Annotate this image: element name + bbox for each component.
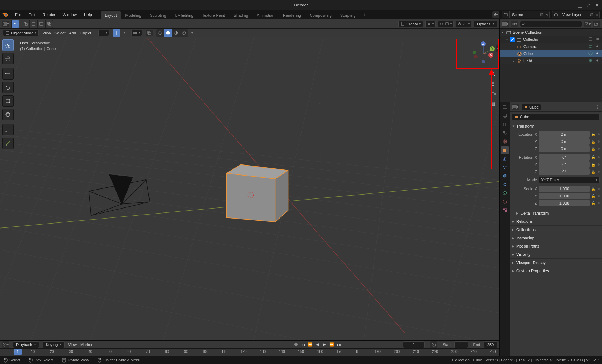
outliner-cube[interactable]: ▸ Cube bbox=[500, 50, 602, 57]
scene-name-input[interactable] bbox=[510, 13, 539, 17]
outliner-scene-collection[interactable]: ▾ Scene Collection bbox=[500, 29, 602, 36]
shade-wire-icon[interactable] bbox=[156, 29, 164, 37]
tool-scale[interactable] bbox=[2, 95, 14, 107]
viewport-3d[interactable]: User Perspective (1) Collection | Cube ‹ bbox=[0, 37, 499, 340]
tab-sculpting[interactable]: Sculpting bbox=[146, 11, 170, 19]
menu-window[interactable]: Window bbox=[59, 11, 80, 18]
ptab-object[interactable] bbox=[501, 146, 509, 154]
panel-delta-transform[interactable]: ▶Delta Transform bbox=[510, 209, 602, 217]
loc-z[interactable]: 0 m bbox=[539, 145, 590, 152]
lock-icon[interactable]: 🔓 bbox=[591, 194, 596, 198]
panel-visibility[interactable]: ▶Visibility bbox=[510, 250, 602, 258]
rot-x[interactable]: 0° bbox=[539, 154, 590, 161]
gizmo-dropdown[interactable]: ▾ bbox=[124, 31, 128, 34]
anim-dot[interactable] bbox=[598, 133, 600, 135]
menu-add[interactable]: Add bbox=[69, 31, 76, 35]
ptab-world[interactable] bbox=[501, 138, 509, 145]
menu-render[interactable]: Render bbox=[39, 11, 59, 18]
anim-dot[interactable] bbox=[598, 156, 600, 158]
transform-orientation[interactable]: Global bbox=[398, 21, 423, 27]
filter-icon[interactable]: ▾ bbox=[584, 21, 591, 27]
xray-toggle[interactable] bbox=[146, 30, 153, 36]
new-scene-icon[interactable] bbox=[539, 11, 544, 18]
select-mode-toggle[interactable] bbox=[11, 20, 19, 28]
lock-icon[interactable]: 🔓 bbox=[591, 140, 596, 144]
outliner-search[interactable] bbox=[519, 21, 583, 27]
visibility-dropdown[interactable] bbox=[98, 30, 109, 36]
scale-y[interactable]: 1.000 bbox=[539, 193, 590, 199]
loc-x[interactable]: 0 m bbox=[539, 131, 590, 138]
delete-view-layer-icon[interactable]: × bbox=[594, 13, 599, 17]
lock-icon[interactable]: 🔓 bbox=[591, 147, 596, 151]
tab-animation[interactable]: Animation bbox=[252, 11, 279, 19]
cube-object[interactable] bbox=[227, 165, 288, 222]
tab-shading[interactable]: Shading bbox=[229, 11, 252, 19]
sel-invert-icon[interactable] bbox=[37, 20, 45, 28]
tool-transform[interactable] bbox=[2, 109, 14, 120]
menu-edit[interactable]: Edit bbox=[25, 11, 39, 18]
props-editor-icon[interactable]: ▾ bbox=[512, 104, 519, 110]
zoom-icon[interactable] bbox=[489, 70, 497, 78]
back-to-prev-icon[interactable] bbox=[492, 11, 499, 18]
pin-icon[interactable] bbox=[596, 105, 600, 110]
sel-intersect-icon[interactable] bbox=[45, 20, 53, 28]
data-icon[interactable] bbox=[588, 51, 593, 56]
lock-icon[interactable]: 🔓 bbox=[591, 163, 596, 167]
tool-rotate[interactable] bbox=[2, 82, 14, 93]
anim-dot[interactable] bbox=[598, 163, 600, 166]
end-frame[interactable]: 250 bbox=[484, 341, 497, 348]
outliner-camera[interactable]: ▸ Camera bbox=[500, 43, 602, 50]
timeline-ruler[interactable]: 1 01020304050607080901001101201301401501… bbox=[0, 348, 499, 356]
lock-icon[interactable]: 🔓 bbox=[591, 170, 596, 174]
gizmo-toggle[interactable] bbox=[113, 29, 120, 37]
ptab-render[interactable] bbox=[501, 103, 509, 111]
data-icon[interactable] bbox=[588, 44, 593, 49]
anim-dot[interactable] bbox=[598, 171, 600, 173]
nav-gizmo[interactable]: X Y Z bbox=[469, 39, 497, 67]
tab-uv[interactable]: UV Editing bbox=[170, 11, 198, 19]
rotation-mode[interactable]: XYZ Euler bbox=[539, 177, 600, 183]
timeline-playback[interactable]: Playback bbox=[13, 341, 39, 348]
new-collection-icon[interactable] bbox=[593, 21, 600, 27]
overlay-toggle[interactable] bbox=[131, 30, 142, 36]
add-workspace-button[interactable]: + bbox=[360, 10, 369, 19]
play-rev-icon[interactable]: ◀ bbox=[314, 342, 321, 348]
current-frame[interactable]: 1 bbox=[403, 341, 425, 348]
camera-view-icon[interactable] bbox=[489, 90, 497, 98]
ptab-scene[interactable] bbox=[501, 129, 509, 137]
outliner-collection[interactable]: ▾ Collection bbox=[500, 36, 602, 43]
exclude-icon[interactable] bbox=[588, 37, 593, 42]
shade-lookdev-icon[interactable] bbox=[172, 29, 180, 37]
shade-solid-icon[interactable] bbox=[164, 29, 172, 37]
keyframe-next-icon[interactable]: ⏩ bbox=[328, 342, 335, 348]
view-layer-input[interactable] bbox=[560, 13, 589, 17]
eye-icon[interactable] bbox=[596, 51, 600, 56]
panel-relations[interactable]: ▶Relations bbox=[510, 217, 602, 225]
lock-icon[interactable]: 🔓 bbox=[591, 187, 596, 191]
lock-icon[interactable]: 🔓 bbox=[591, 201, 596, 205]
ptab-viewlayer[interactable] bbox=[501, 120, 509, 128]
lock-icon[interactable]: 🔓 bbox=[591, 155, 596, 159]
tab-rendering[interactable]: Rendering bbox=[279, 11, 305, 19]
sel-subtract-icon[interactable] bbox=[29, 20, 37, 28]
ptab-modifier[interactable] bbox=[501, 155, 509, 163]
minimize-icon[interactable]: ▁ bbox=[578, 2, 582, 8]
display-mode-icon[interactable]: ▾ bbox=[511, 21, 518, 27]
ptab-physics[interactable] bbox=[501, 172, 509, 180]
menu-select[interactable]: Select bbox=[54, 31, 66, 35]
tool-annotate[interactable] bbox=[2, 124, 14, 135]
shade-render-icon[interactable] bbox=[180, 29, 188, 37]
start-frame[interactable]: 1 bbox=[454, 341, 468, 348]
new-view-layer-icon[interactable] bbox=[589, 11, 594, 18]
outliner-editor-icon[interactable]: ▾ bbox=[502, 21, 509, 27]
panel-viewport-display[interactable]: ▶Viewport Display bbox=[510, 259, 602, 267]
menu-object[interactable]: Object bbox=[80, 31, 91, 35]
tab-layout[interactable]: Layout bbox=[101, 11, 121, 19]
persp-ortho-icon[interactable] bbox=[489, 100, 497, 108]
loc-y[interactable]: 0 m bbox=[539, 138, 590, 145]
timeline-view[interactable]: View bbox=[68, 343, 77, 347]
ptab-material[interactable] bbox=[501, 198, 509, 206]
timeline-keying[interactable]: Keying bbox=[43, 341, 65, 348]
tool-move[interactable] bbox=[2, 68, 14, 80]
pivot-point[interactable] bbox=[425, 21, 436, 27]
